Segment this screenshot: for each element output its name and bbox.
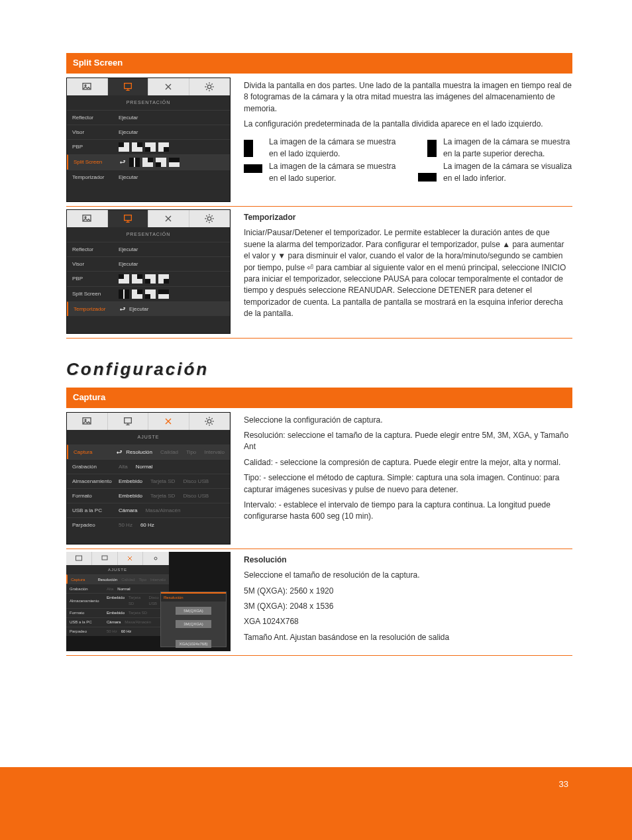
temporizador-text: Iniciar/Pausar/Detener el temporizador. … [244,227,572,319]
tab-image-icon [67,78,108,95]
captura-res: Resolución: seleccione el tamaño de la c… [244,430,572,453]
tab-gear-icon [189,210,231,227]
opt: Normal [117,586,130,592]
menu-almacen: Almacenamiento [72,478,119,486]
tab-tools-icon [118,552,144,565]
split-left-text: La imagen de la cámara se muestra en el … [269,136,398,160]
section-heading-configuracion: Configuración [66,357,572,382]
opt: Tarjeta SD [150,492,175,500]
resolucion-description: Resolución Seleccione el tamaño de resol… [238,552,572,651]
split-desc-text: Divida la pantalla en dos partes. Une la… [244,80,572,115]
opt: Intervalo [150,577,166,583]
menu-usbpc: USB a la PC [70,619,107,625]
split-left-icon [244,140,262,157]
opt: Embebido [119,492,142,500]
tab-gear-icon [189,78,231,95]
opt: Tarjeta SD [129,610,147,616]
row-temporizador: PRESENTACIÓN ReflectorEjecutar VisorEjec… [66,208,572,339]
menu-pbp: PBP [72,143,119,151]
popup-opt-3m: 3M(QXGA) [176,620,211,628]
page-number: 33 [559,778,568,791]
svg-point-1 [85,85,86,86]
svg-rect-10 [124,417,131,423]
panel-title: PRESENTACIÓN [67,227,230,242]
screenshot-resolucion-popup: AJUSTE CapturaResoluciónCalidadTipoInter… [66,552,231,651]
opt: Alta [119,463,128,471]
section-bar-split: Split Screen [66,53,572,74]
menu-formato: Formato [72,492,119,500]
panel-title-ajuste: AJUSTE [66,565,169,575]
menu-formato: Formato [70,610,107,616]
opt: Masa/Almacén [125,619,151,625]
tab-presentation-icon [108,413,149,430]
opt: Tipo [139,577,146,583]
split-default-text: La configuración predeterminada de la pa… [244,119,572,130]
opt: 50 Hz [107,629,117,635]
split-up-icon [244,164,262,182]
opt: Normal [136,463,153,471]
tab-tools-icon [148,78,189,95]
temporizador-heading: Temporizador [244,212,572,223]
res-lead: Seleccione el tamaño de resolución de la… [244,570,572,581]
opt: Resolución [97,577,117,583]
menu-split-screen: Split Screen [74,158,120,166]
menu-temporizador: Temporizador [74,305,120,313]
tab-image-icon [67,413,108,430]
split-layout-icons [119,289,169,299]
captura-lead: Seleccione la configuración de captura. [244,415,572,426]
val-ejecutar: Ejecutar [119,174,138,182]
temporizador-description: Temporizador Iniciar/Pausar/Detener el t… [238,209,572,334]
split-layout-icons [129,158,180,167]
row-split-screen: PRESENTACIÓN ReflectorEjecutar VisorEjec… [66,76,572,207]
opt: Tarjeta SD [129,595,145,606]
svg-point-3 [207,85,211,88]
svg-point-11 [207,419,211,423]
tab-tools-icon [148,413,189,430]
captura-q: Calidad: - seleccione la compresión de c… [244,457,572,468]
opt: Embebido [107,610,125,616]
val-ejecutar: Ejecutar [119,114,138,122]
split-screen-description: Divida la pantalla en dos partes. Une la… [238,78,572,202]
resolucion-heading: Resolución [244,554,572,566]
svg-point-14 [154,557,157,560]
opt-int: Intervalo [204,448,225,456]
footer-band [0,767,632,840]
val-ejecutar: Ejecutar [119,129,138,136]
tab-gear-icon [189,413,231,430]
captura-description: Seleccione la configuración de captura. … [238,412,572,545]
opt: Calidad [121,577,134,583]
tab-gear-icon [143,552,169,565]
opt: Embebido [107,595,125,606]
menu-parpadeo: Parpadeo [72,521,119,529]
opt: Tarjeta SD [150,478,175,486]
tab-tools-icon [148,210,189,227]
opt: Cámara [119,507,137,515]
opt: Disco USB [183,492,209,500]
captura-i: Intervalo: - establece el intervalo de t… [244,499,572,523]
enter-icon: ⮐ [120,158,125,166]
opt: Embebido [119,478,142,486]
menu-captura: Captura [71,577,97,583]
opt: 60 Hz [140,521,154,529]
menu-usbpc: USB a la PC [72,507,119,515]
res-prev: Tamaño Ant. Ajustan basándose en la reso… [244,632,572,643]
split-down-icon [418,164,437,182]
opt-cal: Calidad [160,448,178,456]
svg-point-5 [85,217,86,218]
split-right-icon [418,140,437,157]
menu-pbp: PBP [72,275,119,283]
svg-rect-13 [102,556,107,560]
panel-title: PRESENTACIÓN [67,95,230,110]
svg-rect-6 [124,215,131,221]
tab-image-icon [66,552,92,565]
opt: Cámara [107,619,121,625]
tab-image-icon [67,210,108,227]
menu-grabacion: Grabación [70,586,107,592]
opt: Alta [107,586,113,592]
opt: Masa/Almacén [145,507,180,515]
menu-almacen: Almacenamiento [70,598,107,604]
screenshot-presentation-timer: PRESENTACIÓN ReflectorEjecutar VisorEjec… [66,209,231,334]
val-ejecutar: Ejecutar [119,260,138,268]
menu-grabacion: Grabación [72,463,119,471]
opt: 50 Hz [119,521,132,529]
